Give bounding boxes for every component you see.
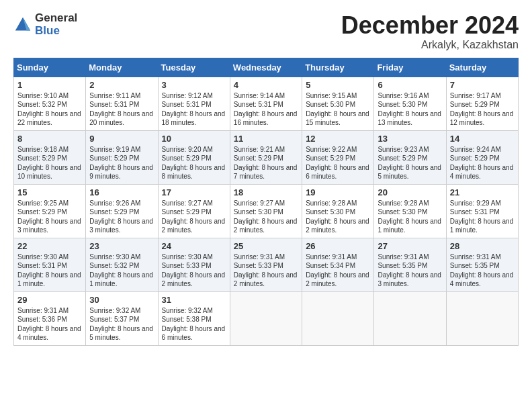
cell-content: Sunrise: 9:19 AM Sunset: 5:29 PM Dayligh… xyxy=(89,145,154,181)
table-cell xyxy=(302,291,374,345)
day-number: 14 xyxy=(450,134,515,144)
sunset-label: Sunset: 5:29 PM xyxy=(89,154,139,162)
day-number: 25 xyxy=(234,241,298,251)
day-number: 11 xyxy=(234,134,298,144)
table-cell: 31 Sunrise: 9:32 AM Sunset: 5:38 PM Dayl… xyxy=(158,291,230,345)
day-number: 4 xyxy=(234,80,298,90)
sunset-label: Sunset: 5:30 PM xyxy=(234,208,283,216)
table-cell: 28 Sunrise: 9:31 AM Sunset: 5:35 PM Dayl… xyxy=(446,238,518,291)
table-cell xyxy=(374,291,446,345)
sunset-label: Sunset: 5:29 PM xyxy=(306,154,355,162)
col-sunday: Sunday xyxy=(14,58,86,77)
table-cell: 19 Sunrise: 9:28 AM Sunset: 5:30 PM Dayl… xyxy=(302,184,374,238)
daylight-label: Daylight: 8 hours and 12 minutes. xyxy=(450,110,514,127)
daylight-label: Daylight: 8 hours and 2 minutes. xyxy=(162,271,226,288)
cell-content: Sunrise: 9:11 AM Sunset: 5:31 PM Dayligh… xyxy=(89,91,154,128)
sunrise-label: Sunrise: 9:31 AM xyxy=(234,253,285,261)
table-cell: 4 Sunrise: 9:14 AM Sunset: 5:31 PM Dayli… xyxy=(230,77,302,130)
cell-content: Sunrise: 9:23 AM Sunset: 5:29 PM Dayligh… xyxy=(378,145,442,181)
logo: General Blue xyxy=(13,12,77,37)
daylight-label: Daylight: 8 hours and 3 minutes. xyxy=(378,271,441,288)
sunrise-label: Sunrise: 9:16 AM xyxy=(378,92,429,99)
day-number: 28 xyxy=(450,241,515,251)
sunset-label: Sunset: 5:38 PM xyxy=(162,316,212,323)
daylight-label: Daylight: 8 hours and 4 minutes. xyxy=(450,164,514,181)
cell-content: Sunrise: 9:10 AM Sunset: 5:32 PM Dayligh… xyxy=(17,91,82,128)
table-cell: 18 Sunrise: 9:27 AM Sunset: 5:30 PM Dayl… xyxy=(230,184,302,238)
sunset-label: Sunset: 5:32 PM xyxy=(89,262,139,269)
table-cell: 1 Sunrise: 9:10 AM Sunset: 5:32 PM Dayli… xyxy=(14,77,86,130)
page-container: General Blue December 2024 Arkalyk, Kaza… xyxy=(0,0,532,353)
calendar-week-1: 1 Sunrise: 9:10 AM Sunset: 5:32 PM Dayli… xyxy=(14,77,519,130)
table-cell: 17 Sunrise: 9:27 AM Sunset: 5:29 PM Dayl… xyxy=(158,184,230,238)
day-number: 31 xyxy=(162,295,226,305)
day-number: 23 xyxy=(89,241,154,251)
daylight-label: Daylight: 8 hours and 5 minutes. xyxy=(89,325,153,342)
col-saturday: Saturday xyxy=(446,58,518,77)
table-cell: 25 Sunrise: 9:31 AM Sunset: 5:33 PM Dayl… xyxy=(230,238,302,291)
table-cell: 22 Sunrise: 9:30 AM Sunset: 5:31 PM Dayl… xyxy=(14,238,86,291)
table-cell: 5 Sunrise: 9:15 AM Sunset: 5:30 PM Dayli… xyxy=(302,77,374,130)
cell-content: Sunrise: 9:31 AM Sunset: 5:35 PM Dayligh… xyxy=(378,253,442,289)
logo-icon xyxy=(13,15,32,34)
day-number: 13 xyxy=(378,134,442,144)
daylight-label: Daylight: 8 hours and 2 minutes. xyxy=(306,218,369,234)
table-cell: 9 Sunrise: 9:19 AM Sunset: 5:29 PM Dayli… xyxy=(86,130,158,184)
col-monday: Monday xyxy=(86,58,158,77)
daylight-label: Daylight: 8 hours and 10 minutes. xyxy=(17,164,81,181)
day-number: 9 xyxy=(89,134,154,144)
table-cell xyxy=(446,291,518,345)
sunrise-label: Sunrise: 9:27 AM xyxy=(234,199,285,207)
daylight-label: Daylight: 8 hours and 5 minutes. xyxy=(378,164,441,181)
sunset-label: Sunset: 5:29 PM xyxy=(162,208,212,216)
daylight-label: Daylight: 8 hours and 3 minutes. xyxy=(17,218,81,234)
day-number: 22 xyxy=(17,241,82,251)
table-cell: 10 Sunrise: 9:20 AM Sunset: 5:29 PM Dayl… xyxy=(158,130,230,184)
daylight-label: Daylight: 8 hours and 1 minute. xyxy=(89,271,153,288)
cell-content: Sunrise: 9:26 AM Sunset: 5:29 PM Dayligh… xyxy=(89,199,154,235)
table-cell: 16 Sunrise: 9:26 AM Sunset: 5:29 PM Dayl… xyxy=(86,184,158,238)
table-cell: 24 Sunrise: 9:30 AM Sunset: 5:33 PM Dayl… xyxy=(158,238,230,291)
sunrise-label: Sunrise: 9:27 AM xyxy=(162,199,213,207)
cell-content: Sunrise: 9:16 AM Sunset: 5:30 PM Dayligh… xyxy=(378,91,442,128)
cell-content: Sunrise: 9:30 AM Sunset: 5:33 PM Dayligh… xyxy=(162,253,226,289)
cell-content: Sunrise: 9:24 AM Sunset: 5:29 PM Dayligh… xyxy=(450,145,515,181)
sunrise-label: Sunrise: 9:30 AM xyxy=(162,253,213,261)
logo-blue-text: Blue xyxy=(35,25,77,38)
daylight-label: Daylight: 8 hours and 6 minutes. xyxy=(306,164,369,181)
day-number: 16 xyxy=(89,187,154,197)
day-number: 7 xyxy=(450,80,515,90)
sunset-label: Sunset: 5:33 PM xyxy=(234,262,283,269)
cell-content: Sunrise: 9:29 AM Sunset: 5:31 PM Dayligh… xyxy=(450,199,515,235)
cell-content: Sunrise: 9:31 AM Sunset: 5:35 PM Dayligh… xyxy=(450,253,515,289)
col-thursday: Thursday xyxy=(302,58,374,77)
col-wednesday: Wednesday xyxy=(230,58,302,77)
daylight-label: Daylight: 8 hours and 1 minute. xyxy=(17,271,81,288)
day-number: 24 xyxy=(162,241,226,251)
cell-content: Sunrise: 9:22 AM Sunset: 5:29 PM Dayligh… xyxy=(306,145,370,181)
calendar-week-5: 29 Sunrise: 9:31 AM Sunset: 5:36 PM Dayl… xyxy=(14,291,519,345)
col-tuesday: Tuesday xyxy=(158,58,230,77)
sunrise-label: Sunrise: 9:28 AM xyxy=(378,199,429,207)
daylight-label: Daylight: 8 hours and 1 minute. xyxy=(450,218,514,234)
table-cell: 8 Sunrise: 9:18 AM Sunset: 5:29 PM Dayli… xyxy=(14,130,86,184)
daylight-label: Daylight: 8 hours and 15 minutes. xyxy=(306,110,369,127)
sunrise-label: Sunrise: 9:12 AM xyxy=(162,92,213,99)
table-cell: 27 Sunrise: 9:31 AM Sunset: 5:35 PM Dayl… xyxy=(374,238,446,291)
daylight-label: Daylight: 8 hours and 2 minutes. xyxy=(162,218,226,234)
table-cell: 7 Sunrise: 9:17 AM Sunset: 5:29 PM Dayli… xyxy=(446,77,518,130)
cell-content: Sunrise: 9:27 AM Sunset: 5:29 PM Dayligh… xyxy=(162,199,226,235)
sunset-label: Sunset: 5:36 PM xyxy=(17,316,67,323)
sunrise-label: Sunrise: 9:18 AM xyxy=(17,146,69,153)
day-number: 2 xyxy=(89,80,154,90)
sunset-label: Sunset: 5:29 PM xyxy=(89,208,139,216)
sunrise-label: Sunrise: 9:31 AM xyxy=(306,253,357,261)
logo-text: General Blue xyxy=(35,12,77,37)
sunrise-label: Sunrise: 9:20 AM xyxy=(162,146,213,153)
day-number: 1 xyxy=(17,80,82,90)
cell-content: Sunrise: 9:18 AM Sunset: 5:29 PM Dayligh… xyxy=(17,145,82,181)
cell-content: Sunrise: 9:32 AM Sunset: 5:38 PM Dayligh… xyxy=(162,306,226,342)
sunrise-label: Sunrise: 9:30 AM xyxy=(89,253,140,261)
sunrise-label: Sunrise: 9:19 AM xyxy=(89,146,140,153)
daylight-label: Daylight: 8 hours and 22 minutes. xyxy=(17,110,81,127)
